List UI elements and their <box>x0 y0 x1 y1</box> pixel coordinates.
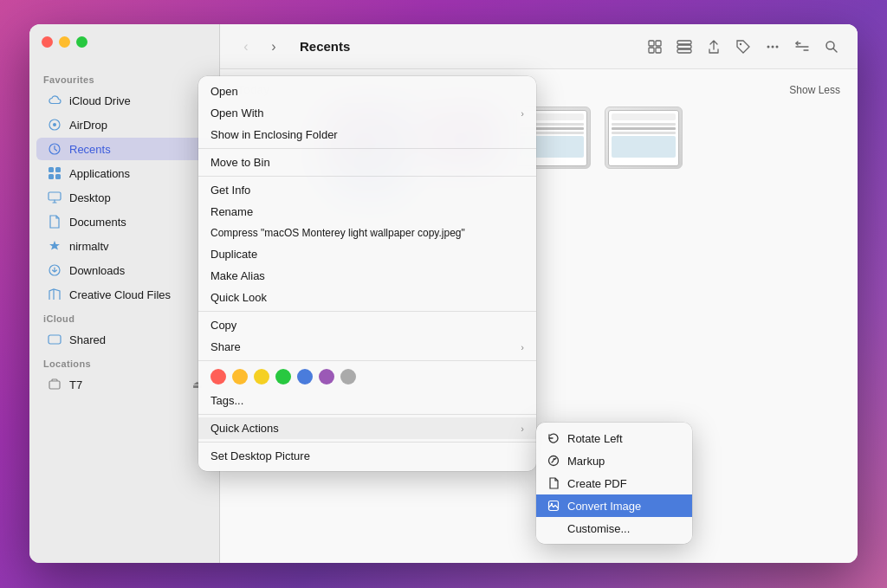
context-menu: Open Open With › Show in Enclosing Folde… <box>198 76 536 471</box>
tag-orange[interactable] <box>232 369 248 384</box>
view-options-button[interactable] <box>672 35 696 59</box>
convert-image-icon <box>547 499 560 513</box>
menu-item-show-enclosing[interactable]: Show in Enclosing Folder <box>198 124 536 145</box>
submenu-item-customise[interactable]: Customise... <box>536 517 692 540</box>
forward-button[interactable]: › <box>262 35 286 59</box>
search-button[interactable] <box>819 35 844 59</box>
create-pdf-icon <box>547 476 560 490</box>
sidebar-item-recents[interactable]: Recents <box>36 138 212 160</box>
sidebar-item-airdrop-label: AirDrop <box>69 119 107 132</box>
menu-item-set-desktop[interactable]: Set Desktop Picture <box>198 445 536 467</box>
close-button[interactable] <box>42 36 53 48</box>
tag-green[interactable] <box>275 369 291 384</box>
svg-rect-5 <box>49 174 54 179</box>
view-grid-button[interactable] <box>643 35 667 59</box>
expand-button[interactable] <box>790 35 814 59</box>
sidebar-item-t7-label: T7 <box>69 378 82 391</box>
tag-blue[interactable] <box>297 369 313 384</box>
menu-item-share[interactable]: Share › <box>198 336 536 358</box>
sidebar-item-t7[interactable]: T7 ⏏ <box>36 373 212 396</box>
menu-separator-4 <box>198 360 536 361</box>
locations-label: Locations <box>29 352 219 372</box>
airdrop-icon <box>47 117 62 132</box>
nirmaltv-icon <box>47 238 62 254</box>
submenu-item-rotate-left[interactable]: Rotate Left <box>536 427 692 449</box>
sidebar-item-applications-label: Applications <box>69 167 130 180</box>
svg-line-23 <box>833 48 837 52</box>
menu-item-move-to-bin[interactable]: Move to Bin <box>198 152 536 173</box>
sidebar-item-documents-label: Documents <box>69 216 126 229</box>
tag-button[interactable] <box>731 35 755 59</box>
desktop-icon <box>47 190 62 205</box>
menu-separator-6 <box>198 442 536 443</box>
menu-item-quick-actions[interactable]: Quick Actions › <box>198 417 536 439</box>
sidebar-item-icloud-drive-label: iCloud Drive <box>69 94 131 107</box>
svg-rect-10 <box>49 381 60 389</box>
sidebar-item-desktop-label: Desktop <box>69 191 111 204</box>
tag-purple[interactable] <box>319 369 334 384</box>
markup-icon <box>547 454 560 468</box>
sidebar-item-applications[interactable]: Applications <box>36 162 212 184</box>
sidebar-item-creative-cloud[interactable]: Creative Cloud Files <box>36 283 212 306</box>
more-button[interactable] <box>761 35 785 59</box>
menu-item-duplicate[interactable]: Duplicate <box>198 243 536 265</box>
menu-item-compress[interactable]: Compress "macOS Monterey light wallpaper… <box>198 223 536 243</box>
sidebar-item-creative-cloud-label: Creative Cloud Files <box>69 288 171 301</box>
documents-icon <box>47 214 62 229</box>
menu-separator-1 <box>198 148 536 149</box>
menu-tags-row <box>198 364 536 390</box>
back-button[interactable]: ‹ <box>234 35 258 59</box>
favourites-label: Favourites <box>29 68 219 88</box>
sidebar-item-nirmaltv[interactable]: nirmaltv <box>36 235 212 257</box>
chevron-right-icon: › <box>521 108 524 119</box>
menu-item-quick-look[interactable]: Quick Look <box>198 287 536 308</box>
menu-item-open[interactable]: Open <box>198 81 536 102</box>
svg-rect-17 <box>677 49 691 53</box>
sidebar: Favourites iCloud Drive AirDrop Recents … <box>29 24 220 563</box>
svg-point-1 <box>53 123 56 126</box>
svg-point-20 <box>772 45 774 48</box>
recents-icon <box>47 141 62 157</box>
tag-red[interactable] <box>210 369 226 384</box>
rotate-left-icon <box>547 431 560 445</box>
svg-rect-12 <box>656 41 661 46</box>
svg-point-21 <box>776 45 779 48</box>
t7-icon <box>47 377 62 392</box>
svg-rect-16 <box>677 45 691 48</box>
menu-item-copy[interactable]: Copy <box>198 314 536 336</box>
sidebar-item-airdrop[interactable]: AirDrop <box>36 113 212 136</box>
applications-icon <box>47 165 62 181</box>
sidebar-item-shared[interactable]: Shared <box>36 328 212 351</box>
tag-yellow[interactable] <box>254 369 269 384</box>
finder-window: Favourites iCloud Drive AirDrop Recents … <box>29 24 858 563</box>
svg-rect-6 <box>55 174 61 179</box>
file-item-screenshot4[interactable] <box>605 107 683 210</box>
menu-item-get-info[interactable]: Get Info <box>198 179 536 201</box>
submenu-item-markup[interactable]: Markup <box>536 449 692 472</box>
svg-rect-9 <box>49 335 61 344</box>
sidebar-item-downloads[interactable]: Downloads <box>36 259 212 281</box>
sidebar-item-nirmaltv-label: nirmaltv <box>69 240 109 253</box>
sidebar-item-desktop[interactable]: Desktop <box>36 186 212 209</box>
svg-rect-7 <box>49 192 61 200</box>
show-less-button[interactable]: Show Less <box>789 84 840 96</box>
menu-item-make-alias[interactable]: Make Alias <box>198 265 536 287</box>
menu-separator-2 <box>198 176 536 177</box>
tag-gray[interactable] <box>340 369 356 384</box>
share-button[interactable] <box>702 35 726 59</box>
maximize-button[interactable] <box>76 36 87 48</box>
sidebar-item-recents-label: Recents <box>69 143 111 156</box>
submenu-item-create-pdf[interactable]: Create PDF <box>536 472 692 494</box>
sidebar-item-icloud-drive[interactable]: iCloud Drive <box>36 89 212 112</box>
svg-rect-13 <box>649 48 654 53</box>
menu-item-open-with[interactable]: Open With › <box>198 102 536 124</box>
svg-rect-14 <box>656 48 661 53</box>
window-controls <box>42 36 87 48</box>
svg-rect-15 <box>677 41 691 44</box>
menu-item-rename[interactable]: Rename <box>198 201 536 223</box>
menu-item-tags[interactable]: Tags... <box>198 390 536 411</box>
submenu-item-convert-image[interactable]: Convert Image <box>536 494 692 517</box>
icloud-drive-icon <box>47 93 62 108</box>
minimize-button[interactable] <box>59 36 70 48</box>
sidebar-item-documents[interactable]: Documents <box>36 210 212 233</box>
